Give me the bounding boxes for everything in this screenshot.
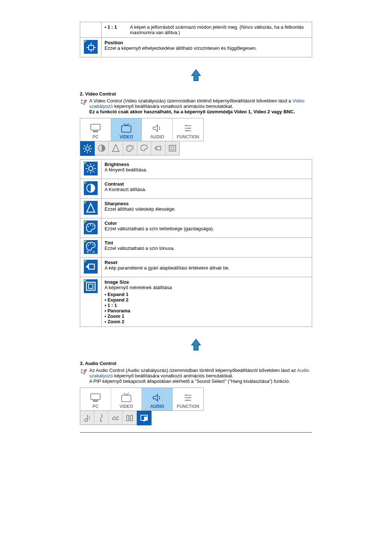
section-3-heading: 3. Audio Control: [80, 361, 312, 366]
svg-point-84: [112, 417, 114, 419]
svg-point-34: [129, 146, 130, 147]
svg-point-85: [114, 416, 115, 418]
cursor-icon: [81, 99, 87, 105]
opt-expand2: Expand 2: [105, 297, 309, 303]
tab-pc[interactable]: PC: [80, 118, 111, 141]
ratio-row: • 1 : 1 A képet a jelforrásból származó …: [102, 22, 312, 38]
tint-icon: R ↔ G: [84, 240, 98, 254]
svg-marker-73: [153, 394, 158, 401]
tool-sound-select[interactable]: [137, 411, 151, 425]
tool-treble[interactable]: [94, 411, 109, 425]
reset-title: Reset: [105, 260, 309, 265]
svg-marker-38: [154, 147, 156, 150]
svg-line-28: [90, 151, 91, 152]
sec3-text-b: képernyő beállítására vonatkozó animáció…: [113, 373, 233, 378]
svg-point-22: [86, 147, 89, 150]
opt-zoom1: Zoom 1: [105, 313, 309, 319]
svg-rect-88: [127, 416, 129, 421]
svg-point-82: [101, 421, 102, 422]
svg-point-52: [87, 226, 89, 227]
tab-audio-label-2: AUDIO: [150, 404, 164, 409]
feature-table-top: • 1 : 1 A képet a jelforrásból származó …: [80, 22, 312, 57]
color-icon: [84, 220, 98, 234]
tab-function-2[interactable]: FUNCTION: [173, 388, 203, 410]
tool-reset[interactable]: [151, 141, 166, 155]
svg-text:Top: Top: [193, 74, 199, 78]
svg-line-29: [84, 151, 85, 152]
opt-1to1: 1 : 1: [105, 303, 309, 308]
tool-sharpness[interactable]: [109, 141, 123, 155]
svg-rect-62: [89, 284, 93, 288]
svg-marker-60: [86, 264, 89, 269]
toolbar-audio: [80, 411, 152, 425]
ratio-label: 1 : 1: [107, 24, 117, 30]
tabbar-audio: PC VIDEO AUDIO FUNCTION: [80, 388, 204, 411]
icon-cell-blank: [80, 22, 102, 38]
imagesize-icon: [84, 279, 98, 293]
reset-icon: [84, 260, 98, 274]
svg-line-46: [87, 165, 88, 166]
page-content: • 1 : 1 A képet a jelforrásból származó …: [80, 22, 312, 433]
tool-brightness[interactable]: [80, 141, 95, 156]
color-desc: Ezzel változtatható a szín telítettsége …: [105, 226, 309, 231]
tabbar-video: PC VIDEO AUDIO FUNCTION: [80, 118, 204, 141]
position-icon: [84, 40, 98, 54]
svg-point-55: [88, 245, 89, 246]
svg-rect-40: [171, 147, 174, 150]
svg-marker-32: [113, 145, 119, 151]
svg-point-19: [185, 125, 187, 126]
top-link-2[interactable]: Top: [80, 338, 312, 353]
svg-text:R ↔ G: R ↔ G: [87, 251, 95, 253]
brightness-desc: A fényerő beállítása.: [105, 167, 309, 173]
cursor-icon-2: [81, 368, 87, 375]
tool-stereo[interactable]: [123, 411, 137, 425]
imagesize-options: Expand 1 Expand 2 1 : 1 Panorama Zoom 1 …: [105, 292, 309, 324]
tool-balance[interactable]: [109, 411, 123, 425]
tool-contrast[interactable]: [95, 141, 109, 155]
tint-title: Tint: [105, 240, 309, 246]
svg-line-47: [93, 171, 94, 172]
svg-line-30: [90, 145, 91, 146]
svg-rect-11: [93, 131, 98, 132]
svg-point-77: [185, 394, 187, 396]
tab-function[interactable]: FUNCTION: [173, 118, 203, 141]
opt-expand1: Expand 1: [105, 292, 309, 297]
tool-volume[interactable]: [80, 411, 94, 425]
tab-video-label-2: VIDEO: [119, 404, 133, 409]
tab-pc-2[interactable]: PC: [80, 388, 111, 410]
tab-video-label: VIDEO: [119, 134, 133, 139]
tab-audio-2[interactable]: AUDIO: [142, 388, 173, 410]
section-3-body: Az Audio Control (Audio szabályozás) üze…: [89, 368, 312, 384]
svg-line-27: [84, 145, 85, 146]
reset-desc: A kép paraméterei a gyári alapbeállítási…: [105, 265, 309, 271]
tab-audio-label: AUDIO: [150, 134, 164, 139]
svg-marker-51: [87, 203, 95, 212]
tab-video-2[interactable]: VIDEO: [111, 388, 142, 410]
contrast-desc: A Kontraszt állítása.: [105, 187, 309, 192]
svg-marker-15: [153, 125, 158, 131]
svg-line-48: [87, 171, 88, 172]
tab-audio[interactable]: AUDIO: [142, 118, 173, 141]
svg-text:R ↔ G: R ↔ G: [140, 150, 148, 153]
tint-desc: Ezzel változtatható a szín tónusa.: [105, 246, 309, 251]
top-link-1[interactable]: Top: [80, 68, 312, 84]
tab-video[interactable]: VIDEO: [111, 118, 142, 141]
brightness-icon: [84, 162, 98, 175]
svg-text:Top: Top: [193, 344, 199, 347]
contrast-icon: [84, 181, 98, 195]
contrast-title: Contrast: [105, 181, 309, 187]
tab-pc-label: PC: [93, 134, 99, 139]
svg-rect-59: [89, 264, 94, 269]
tool-imagesize[interactable]: [166, 141, 179, 155]
svg-rect-61: [86, 282, 95, 290]
sec2-text-bold: Ez a funkció csak akkor használható, ha …: [89, 109, 312, 114]
svg-rect-69: [93, 400, 98, 402]
tool-tint[interactable]: R ↔ G: [137, 141, 151, 155]
svg-rect-68: [91, 394, 100, 400]
sharpness-title: Sharpness: [105, 201, 309, 206]
svg-point-79: [186, 400, 188, 401]
svg-rect-89: [130, 416, 132, 421]
tool-color[interactable]: [123, 141, 137, 155]
sec3-text-2: A PIP képernyő bekapcsolt állapotában el…: [89, 378, 312, 384]
svg-point-35: [131, 147, 132, 148]
